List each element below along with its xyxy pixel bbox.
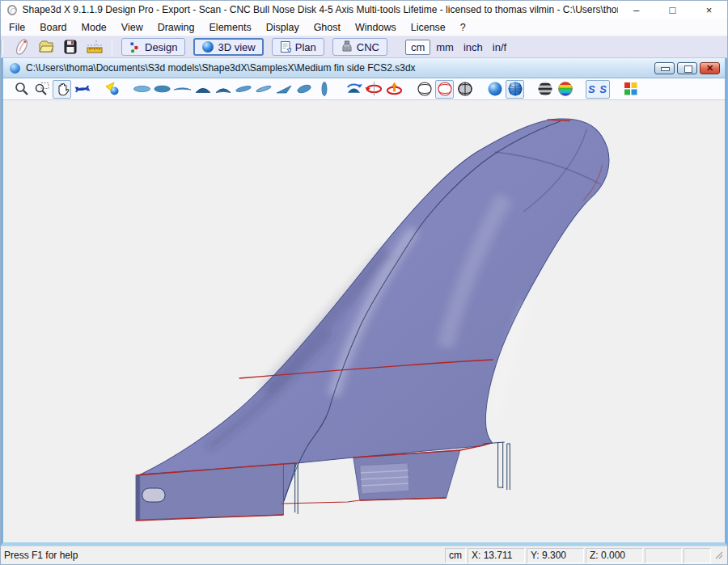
design-button-label: Design xyxy=(145,41,177,53)
view3d-button-label: 3D view xyxy=(218,41,255,53)
menu-board[interactable]: Board xyxy=(32,20,74,35)
cnc-mode-button[interactable]: CNC xyxy=(332,38,387,56)
shape3d-application: Shape3d X 9.1.1.9 Design Pro - Export - … xyxy=(0,0,728,565)
viewport-3d[interactable] xyxy=(3,100,725,542)
view-front-icon[interactable] xyxy=(193,80,212,99)
solid-sphere-icon[interactable] xyxy=(485,80,504,99)
view-persp3-icon[interactable] xyxy=(274,80,293,99)
document-titlebar: C:\Users\thoma\Documents\S3d models\Shap… xyxy=(3,58,725,78)
unit-mm[interactable]: mm xyxy=(432,40,458,54)
wireframe-rear-tabs xyxy=(483,442,510,490)
save-icon[interactable] xyxy=(60,38,81,56)
view3d-mode-button[interactable]: 3D view xyxy=(193,38,263,56)
view-end-icon[interactable] xyxy=(315,80,333,99)
close-button[interactable]: × xyxy=(691,1,727,19)
document-close-button[interactable]: ✕ xyxy=(700,62,720,74)
wireframe-sphere-icon[interactable] xyxy=(415,80,434,99)
unit-cm[interactable]: cm xyxy=(405,40,430,55)
document-restore-button[interactable] xyxy=(677,62,697,74)
menu-license[interactable]: License xyxy=(404,20,453,35)
open-folder-icon[interactable] xyxy=(36,38,57,56)
view-side-icon[interactable] xyxy=(173,80,192,99)
striped-sphere-icon[interactable] xyxy=(535,80,554,99)
view-toolbar: S S xyxy=(3,78,725,100)
menu-view[interactable]: View xyxy=(114,20,150,35)
unit-selector: cm mm inch in/f xyxy=(404,40,511,55)
sphere-3d-icon xyxy=(201,40,214,53)
wireframe-dark-sphere-icon[interactable] xyxy=(455,80,474,99)
rotate-vertical-icon[interactable] xyxy=(385,80,404,99)
document-title-path: C:\Users\thoma\Documents\S3d models\Shap… xyxy=(26,62,416,74)
zoom-region-icon[interactable] xyxy=(32,80,51,99)
menu-file[interactable]: File xyxy=(2,20,32,35)
status-help-text: Press F1 for help xyxy=(1,550,78,561)
status-empty-cell xyxy=(684,548,711,563)
plan-button-label: Plan xyxy=(295,41,316,53)
tab-slot-hole xyxy=(142,488,165,502)
document-sphere-icon xyxy=(10,63,20,74)
document-minimize-button[interactable] xyxy=(654,62,675,74)
status-unit: cm xyxy=(445,548,466,563)
rotate-horizontal-icon[interactable] xyxy=(365,80,383,99)
resize-grip[interactable] xyxy=(713,549,726,562)
cnc-tool-icon xyxy=(341,40,353,53)
view-persp2-icon[interactable] xyxy=(254,80,273,99)
window-titlebar: Shape3d X 9.1.1.9 Design Pro - Export - … xyxy=(1,1,727,19)
mesh-sphere-icon[interactable] xyxy=(506,80,524,99)
unit-inch[interactable]: inch xyxy=(459,40,487,54)
menu-display[interactable]: Display xyxy=(259,20,307,35)
close-x-icon: ✕ xyxy=(700,63,719,74)
view-persp4-icon[interactable] xyxy=(294,80,313,99)
view-top-icon[interactable] xyxy=(133,80,151,99)
render-light-icon[interactable] xyxy=(103,80,121,99)
pan-hand-icon[interactable] xyxy=(53,80,71,99)
orbit-rotate-icon[interactable] xyxy=(73,80,91,99)
plan-document-icon xyxy=(280,40,292,53)
spin-model-icon[interactable] xyxy=(345,80,363,99)
toolbar-separator xyxy=(112,39,112,55)
toolbar-grip xyxy=(1,40,3,54)
rainbow-sphere-icon[interactable] xyxy=(556,80,574,99)
status-y-coordinate: Y: 9.300 xyxy=(527,548,584,563)
view-persp1-icon[interactable] xyxy=(234,80,252,99)
menu-drawing[interactable]: Drawing xyxy=(150,20,202,35)
zoom-icon[interactable] xyxy=(12,80,31,99)
left-base-tab-side xyxy=(136,474,140,521)
menu-elements[interactable]: Elements xyxy=(202,20,259,35)
status-empty-cell xyxy=(645,548,682,563)
plan-mode-button[interactable]: Plan xyxy=(272,38,324,56)
fin-3d-render xyxy=(3,100,725,542)
color-palette-icon[interactable] xyxy=(621,80,640,99)
status-bar: Press F1 for help cm X: 13.711 Y: 9.300 … xyxy=(1,546,727,564)
cnc-button-label: CNC xyxy=(357,41,379,53)
view-bottom-icon[interactable] xyxy=(153,80,171,99)
minimize-button[interactable]: – xyxy=(618,1,654,19)
design-nodes-icon xyxy=(129,41,142,53)
symmetry-icon[interactable]: S S xyxy=(586,80,610,99)
measure-ruler-icon[interactable] xyxy=(84,38,105,56)
view-back-icon[interactable] xyxy=(214,80,232,99)
app-logo-icon xyxy=(7,5,17,15)
gap-red-bottom xyxy=(281,500,360,504)
document-window: C:\Users\thoma\Documents\S3d models\Shap… xyxy=(1,58,727,546)
main-toolbar: Design 3D view Plan CNC cm mm inch in/f xyxy=(1,36,727,58)
menu-bar: File Board Mode View Drawing Elements Di… xyxy=(1,19,727,36)
new-board-icon[interactable] xyxy=(11,38,32,56)
symmetry-label: S S xyxy=(588,83,607,95)
design-mode-button[interactable]: Design xyxy=(121,38,185,56)
status-x-coordinate: X: 13.711 xyxy=(468,548,525,563)
status-z-coordinate: Z: 0.000 xyxy=(586,548,643,563)
window-title: Shape3d X 9.1.1.9 Design Pro - Export - … xyxy=(23,4,618,15)
maximize-button[interactable]: □ xyxy=(654,1,691,19)
wireframe-red-sphere-icon[interactable] xyxy=(435,80,454,99)
menu-ghost[interactable]: Ghost xyxy=(307,20,348,35)
menu-windows[interactable]: Windows xyxy=(348,20,404,35)
menu-mode[interactable]: Mode xyxy=(74,20,114,35)
menu-help[interactable]: ? xyxy=(453,20,473,35)
unit-inf[interactable]: in/f xyxy=(489,40,510,54)
